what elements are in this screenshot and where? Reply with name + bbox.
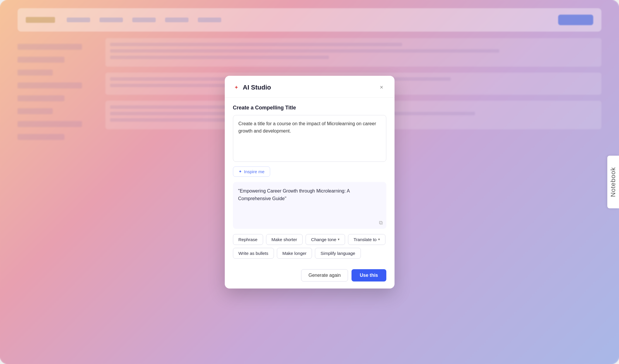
- modal-title: AI Studio: [243, 84, 271, 91]
- change-tone-chevron-icon: ▾: [338, 237, 339, 241]
- write-as-bullets-label: Write as bullets: [239, 251, 268, 256]
- generate-again-label: Generate again: [308, 273, 341, 278]
- copy-icon: ⧉: [379, 220, 383, 226]
- modal-header: ✦ AI Studio ×: [225, 76, 395, 98]
- translate-to-button[interactable]: Translate to ▾: [348, 234, 385, 245]
- generate-again-button[interactable]: Generate again: [301, 269, 348, 281]
- modal-body: Create a Compelling Title ✦ Inspire me "…: [225, 98, 395, 267]
- rephrase-button[interactable]: Rephrase: [233, 234, 263, 245]
- ai-studio-icon: ✦: [233, 84, 240, 91]
- make-longer-button[interactable]: Make longer: [277, 248, 312, 259]
- ai-studio-modal: ✦ AI Studio × Create a Compelling Title …: [225, 76, 395, 289]
- rephrase-label: Rephrase: [239, 237, 258, 242]
- prompt-textarea[interactable]: [233, 115, 386, 162]
- change-tone-label: Change tone: [311, 237, 336, 242]
- inspire-label: Inspire me: [244, 169, 265, 174]
- simplify-language-button[interactable]: Simplify language: [315, 248, 361, 259]
- close-icon: ×: [380, 84, 383, 91]
- action-buttons-row: Rephrase Make shorter Change tone ▾ Tran…: [233, 234, 386, 259]
- make-longer-label: Make longer: [282, 251, 307, 256]
- screen: Notebook ✦ AI Studio × Create a Compelli…: [0, 0, 619, 364]
- translate-to-label: Translate to: [354, 237, 377, 242]
- output-area: "Empowering Career Growth through Microl…: [233, 182, 386, 229]
- modal-title-row: ✦ AI Studio: [233, 84, 271, 91]
- translate-to-chevron-icon: ▾: [378, 237, 380, 241]
- make-shorter-label: Make shorter: [272, 237, 297, 242]
- make-shorter-button[interactable]: Make shorter: [266, 234, 303, 245]
- output-text: "Empowering Career Growth through Microl…: [238, 187, 381, 203]
- use-this-label: Use this: [360, 273, 378, 278]
- modal-footer: Generate again Use this: [225, 269, 395, 289]
- close-button[interactable]: ×: [377, 83, 386, 92]
- section-label: Create a Compelling Title: [233, 105, 386, 111]
- use-this-button[interactable]: Use this: [351, 269, 386, 281]
- inspire-me-button[interactable]: ✦ Inspire me: [233, 166, 270, 177]
- change-tone-button[interactable]: Change tone ▾: [306, 234, 345, 245]
- simplify-language-label: Simplify language: [320, 251, 355, 256]
- modal-overlay: ✦ AI Studio × Create a Compelling Title …: [0, 0, 619, 364]
- copy-button[interactable]: ⧉: [379, 220, 383, 226]
- write-as-bullets-button[interactable]: Write as bullets: [233, 248, 274, 259]
- inspire-icon: ✦: [239, 169, 242, 174]
